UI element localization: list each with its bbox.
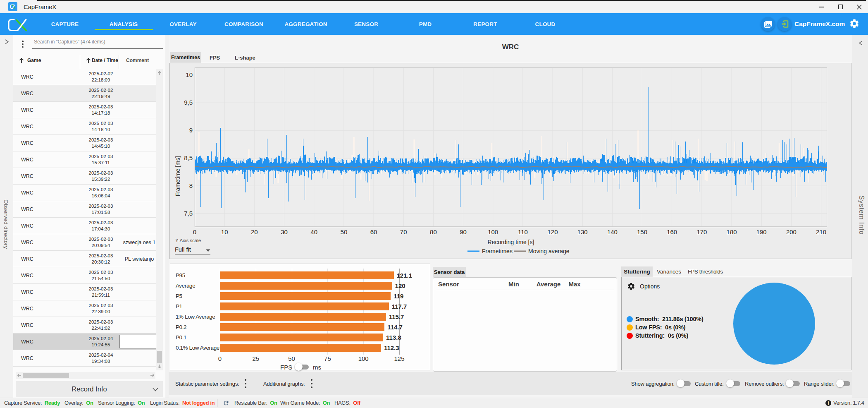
svg-text:200: 200 (786, 228, 796, 235)
svg-text:150: 150 (637, 228, 647, 235)
svg-text:40: 40 (310, 228, 317, 235)
svg-text:70: 70 (400, 228, 407, 235)
svg-text:Recording time [s]: Recording time [s] (488, 239, 534, 245)
svg-text:100: 100 (488, 228, 498, 235)
svg-text:9: 9 (189, 127, 193, 134)
svg-text:9,5: 9,5 (184, 99, 193, 106)
svg-text:190: 190 (756, 228, 767, 235)
svg-text:Frametimes: Frametimes (482, 248, 513, 254)
svg-text:10: 10 (221, 228, 228, 235)
svg-text:0: 0 (193, 228, 196, 235)
svg-text:80: 80 (430, 228, 437, 235)
svg-text:30: 30 (281, 228, 288, 235)
svg-text:Moving average: Moving average (528, 248, 570, 254)
svg-text:170: 170 (696, 228, 707, 235)
svg-text:110: 110 (518, 228, 528, 235)
svg-text:8: 8 (189, 182, 193, 189)
svg-text:140: 140 (607, 228, 618, 235)
svg-text:120: 120 (547, 228, 558, 235)
svg-text:90: 90 (460, 228, 467, 235)
svg-text:210: 210 (816, 228, 826, 235)
svg-text:180: 180 (727, 228, 737, 235)
svg-text:10: 10 (186, 71, 193, 78)
svg-text:8,5: 8,5 (184, 154, 193, 161)
svg-text:160: 160 (667, 228, 677, 235)
svg-text:Y-Axis scale: Y-Axis scale (175, 238, 201, 243)
svg-text:Frametime [ms]: Frametime [ms] (174, 156, 181, 196)
svg-text:7,5: 7,5 (184, 210, 193, 217)
svg-text:20: 20 (251, 228, 258, 235)
svg-text:50: 50 (341, 228, 348, 235)
svg-text:60: 60 (370, 228, 377, 235)
svg-text:130: 130 (577, 228, 588, 235)
